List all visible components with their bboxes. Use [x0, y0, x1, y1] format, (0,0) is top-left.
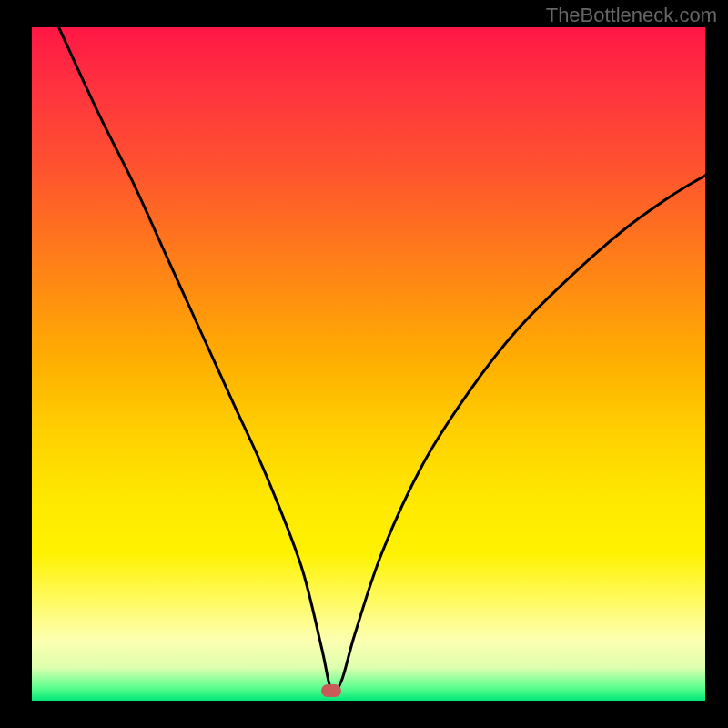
watermark-text: TheBottleneck.com: [546, 4, 717, 27]
chart-plot-area: [32, 27, 705, 701]
optimal-point-marker: [321, 684, 341, 697]
bottleneck-curve: [32, 27, 705, 701]
